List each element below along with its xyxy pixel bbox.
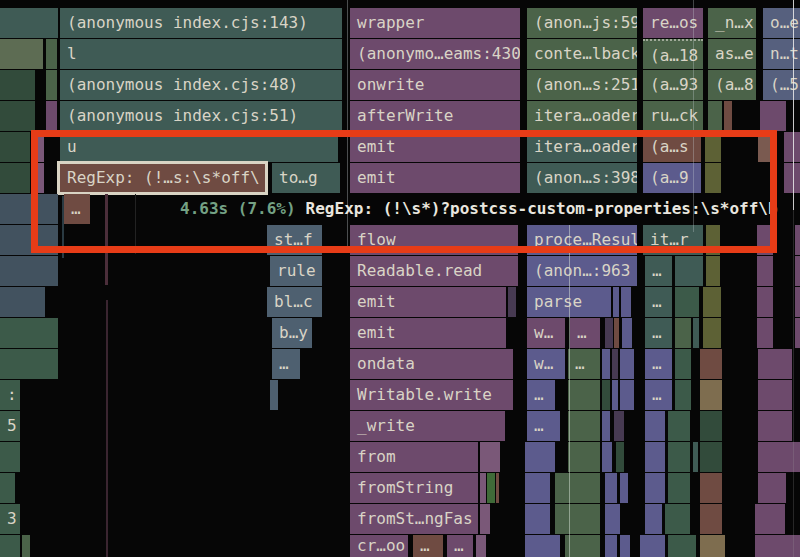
- frame-block[interactable]: [700, 411, 722, 441]
- frame-block[interactable]: [605, 473, 617, 503]
- frame-block[interactable]: 5: [0, 411, 20, 441]
- frame-block[interactable]: onwrite: [350, 70, 520, 100]
- frame-block[interactable]: [620, 380, 634, 410]
- frame-block[interactable]: [795, 318, 800, 348]
- frame-block[interactable]: [270, 380, 278, 410]
- frame-block[interactable]: [675, 318, 691, 348]
- frame-block[interactable]: as…e: [708, 39, 756, 69]
- frame-block[interactable]: [525, 535, 560, 557]
- frame-block[interactable]: (anon…:963: [527, 256, 637, 286]
- frame-block[interactable]: [568, 380, 600, 410]
- frame-block[interactable]: ru…ck: [643, 101, 703, 131]
- frame-block[interactable]: [605, 535, 617, 557]
- frame-block[interactable]: (anonymous index.cjs:143): [60, 8, 342, 38]
- frame-block[interactable]: [640, 535, 665, 557]
- frame-block[interactable]: afterWrite: [350, 101, 520, 131]
- frame-block[interactable]: emit: [350, 287, 506, 317]
- frame-block[interactable]: wrapper: [350, 8, 520, 38]
- frame-block[interactable]: [693, 442, 698, 472]
- frame-block[interactable]: [602, 349, 610, 379]
- frame-block[interactable]: [675, 256, 703, 286]
- frame-block[interactable]: [0, 318, 58, 348]
- frame-block[interactable]: [703, 318, 721, 348]
- frame-block[interactable]: re…os: [643, 8, 703, 38]
- frame-block[interactable]: rule: [270, 256, 322, 286]
- frame-block[interactable]: b…y: [272, 318, 312, 348]
- frame-block[interactable]: [757, 225, 773, 255]
- frame-block[interactable]: (anonymous index.cjs:48): [60, 70, 342, 100]
- frame-block[interactable]: cr…oo: [350, 535, 408, 557]
- frame-block[interactable]: bl…c: [267, 287, 322, 317]
- frame-block[interactable]: [645, 442, 665, 472]
- frame-block[interactable]: [705, 163, 721, 193]
- frame-block[interactable]: [620, 535, 630, 557]
- frame-block[interactable]: [700, 473, 722, 503]
- frame-block[interactable]: (…5: [763, 70, 800, 100]
- frame-block[interactable]: (anon…s:398: [527, 163, 637, 193]
- frame-block[interactable]: [0, 287, 45, 317]
- frame-block[interactable]: o…e: [763, 8, 800, 38]
- frame-block[interactable]: [46, 70, 57, 100]
- frame-block[interactable]: [675, 349, 691, 379]
- frame-block[interactable]: [605, 504, 620, 534]
- frame-block[interactable]: [675, 380, 691, 410]
- frame-block[interactable]: w…: [527, 318, 565, 348]
- frame-block[interactable]: ondata: [350, 349, 513, 379]
- frame-block[interactable]: RegExp: (!…s:\s*off\: [57, 161, 268, 195]
- frame-block[interactable]: …: [64, 194, 90, 224]
- frame-block[interactable]: it…r: [643, 225, 703, 255]
- frame-block[interactable]: l: [60, 39, 342, 69]
- frame-block[interactable]: (a…8: [708, 70, 756, 100]
- frame-block[interactable]: …: [568, 349, 600, 379]
- frame-block[interactable]: [706, 256, 720, 286]
- frame-block[interactable]: [758, 132, 772, 162]
- frame-block[interactable]: [614, 318, 619, 348]
- frame-block[interactable]: itera…oader: [527, 132, 637, 162]
- frame-block[interactable]: [480, 442, 500, 472]
- frame-block[interactable]: [46, 101, 57, 131]
- frame-block[interactable]: [38, 132, 44, 162]
- frame-block[interactable]: [724, 101, 732, 131]
- frame-block[interactable]: …: [447, 535, 473, 557]
- frame-block[interactable]: Readable.read: [350, 256, 518, 286]
- frame-block[interactable]: n…t: [763, 39, 800, 69]
- frame-block[interactable]: :: [0, 380, 20, 410]
- frame-block[interactable]: [757, 256, 773, 286]
- frame-block[interactable]: …: [570, 318, 600, 348]
- frame-block[interactable]: from: [350, 442, 478, 472]
- frame-block[interactable]: [645, 473, 665, 503]
- frame-block[interactable]: [706, 225, 720, 255]
- frame-block[interactable]: [480, 504, 490, 534]
- frame-block[interactable]: [0, 535, 20, 557]
- frame-block[interactable]: [622, 318, 632, 348]
- frame-block[interactable]: [700, 504, 722, 534]
- frame-block[interactable]: …: [645, 318, 672, 348]
- frame-block[interactable]: itera…oader: [527, 101, 637, 131]
- frame-block[interactable]: [668, 442, 690, 472]
- frame-block[interactable]: [700, 349, 722, 379]
- frame-block[interactable]: [668, 411, 690, 441]
- frame-block[interactable]: [757, 287, 773, 317]
- frame-block[interactable]: [758, 380, 792, 410]
- frame-block[interactable]: [758, 411, 792, 441]
- frame-block[interactable]: (anonymous index.cjs:51): [60, 101, 342, 131]
- frame-block[interactable]: …: [527, 411, 560, 441]
- frame-block[interactable]: [612, 380, 618, 410]
- frame-block[interactable]: [0, 132, 30, 162]
- frame-block[interactable]: …: [645, 380, 672, 410]
- frame-block[interactable]: [568, 442, 600, 472]
- frame-block[interactable]: [616, 442, 624, 472]
- frame-block[interactable]: [621, 287, 631, 317]
- frame-block[interactable]: [668, 473, 690, 503]
- frame-block[interactable]: [784, 163, 800, 193]
- frame-block[interactable]: [525, 442, 555, 472]
- frame-block[interactable]: [0, 8, 58, 38]
- frame-block[interactable]: …: [645, 256, 672, 286]
- frame-block[interactable]: 3: [0, 504, 20, 534]
- frame-block[interactable]: (a…93: [643, 70, 703, 100]
- frame-block[interactable]: _write: [350, 411, 505, 441]
- frame-block[interactable]: [700, 535, 725, 557]
- frame-block[interactable]: [0, 163, 30, 193]
- frame-block[interactable]: [0, 194, 58, 224]
- frame-block[interactable]: [480, 473, 486, 503]
